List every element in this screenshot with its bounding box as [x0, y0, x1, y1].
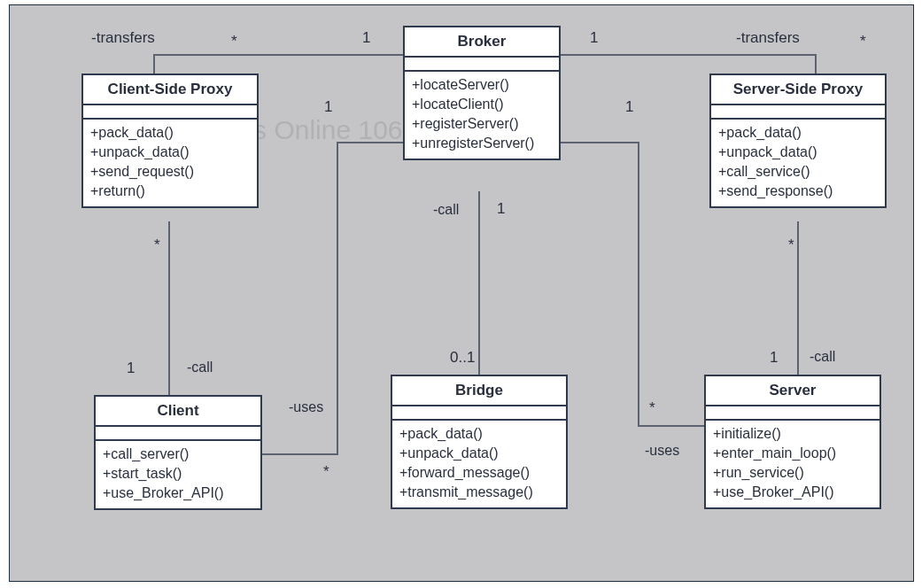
assoc-label: -call	[187, 360, 213, 375]
class-bridge-attrs	[392, 406, 566, 421]
class-server-proxy-attrs	[711, 105, 885, 120]
class-broker-title: Broker	[405, 27, 559, 58]
method: +send_response()	[718, 182, 878, 201]
method: +forward_message()	[399, 463, 559, 483]
method: +pack_data()	[718, 123, 878, 143]
mult: *	[231, 33, 237, 50]
method: +send_request()	[90, 162, 250, 182]
mult: 0..1	[450, 349, 475, 367]
class-broker-attrs	[405, 58, 559, 72]
method: +locateClient()	[412, 95, 552, 114]
method: +pack_data()	[90, 123, 250, 143]
class-client-proxy-attrs	[83, 105, 257, 120]
mult: *	[860, 33, 866, 50]
method: +enter_main_loop()	[713, 444, 872, 463]
class-bridge-title: Bridge	[392, 376, 566, 406]
assoc-label: -call	[810, 349, 835, 365]
method: +initialize()	[713, 424, 872, 444]
method: +start_task()	[103, 464, 253, 484]
assoc-label: -transfers	[91, 29, 155, 47]
class-server-attrs	[706, 406, 879, 421]
mult: 1	[127, 360, 135, 377]
class-client-proxy: Client-Side Proxy +pack_data() +unpack_d…	[81, 74, 259, 208]
mult: *	[154, 236, 160, 254]
method: +transmit_message()	[399, 483, 559, 502]
method: +return()	[90, 182, 250, 201]
class-broker: Broker +locateServer() +locateClient() +…	[403, 26, 561, 160]
mult: 1	[362, 29, 370, 47]
method: +use_Broker_API()	[103, 484, 253, 503]
method: +call_server()	[103, 445, 253, 464]
method: +unpack_data()	[90, 143, 250, 162]
assoc-label: -uses	[645, 443, 679, 459]
mult: 1	[625, 98, 633, 116]
method: +unregisterServer()	[412, 134, 552, 153]
method: +run_service()	[713, 463, 872, 483]
mult: 1	[770, 349, 778, 367]
class-client-attrs	[96, 427, 260, 441]
class-client: Client +call_server() +start_task() +use…	[94, 395, 262, 510]
assoc-label: -transfers	[736, 29, 800, 47]
class-server-proxy-title: Server-Side Proxy	[711, 75, 885, 105]
method: +pack_data()	[399, 424, 559, 444]
mult: *	[323, 463, 329, 481]
assoc-label: -uses	[289, 399, 323, 415]
class-server-title: Server	[706, 376, 879, 406]
uml-canvas: Safari Books Online 1066 / 1848739 Broke…	[9, 4, 914, 582]
assoc-label: -call	[433, 202, 459, 218]
method: +call_service()	[718, 162, 878, 182]
mult: 1	[324, 98, 332, 116]
class-client-title: Client	[96, 397, 260, 427]
class-server-proxy: Server-Side Proxy +pack_data() +unpack_d…	[709, 74, 887, 208]
class-server: Server +initialize() +enter_main_loop() …	[704, 375, 881, 509]
class-client-proxy-title: Client-Side Proxy	[83, 75, 257, 105]
method: +unpack_data()	[399, 444, 559, 463]
method: +registerServer()	[412, 114, 552, 134]
method: +locateServer()	[412, 75, 552, 95]
mult: 1	[590, 29, 598, 47]
mult: *	[649, 399, 655, 417]
method: +use_Broker_API()	[713, 483, 872, 502]
mult: 1	[497, 200, 505, 218]
class-bridge: Bridge +pack_data() +unpack_data() +forw…	[391, 375, 568, 509]
mult: *	[788, 236, 794, 254]
method: +unpack_data()	[718, 143, 878, 162]
